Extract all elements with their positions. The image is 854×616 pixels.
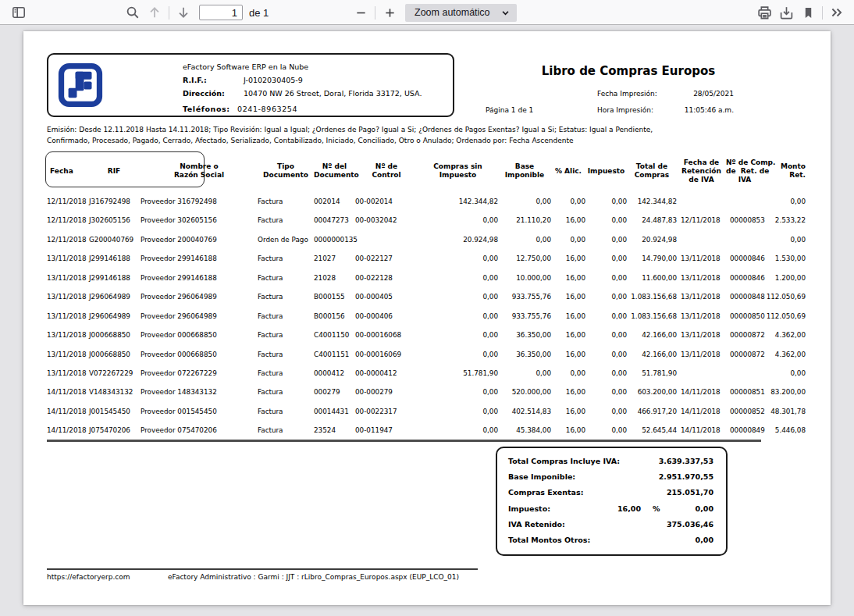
table-cell: 13/11/2018 bbox=[47, 292, 87, 311]
table-cell: 0,00 bbox=[585, 330, 627, 349]
fecha-impresion-label: Fecha Impresión: bbox=[597, 90, 657, 98]
footer-rule bbox=[47, 568, 478, 570]
search-icon bbox=[126, 5, 140, 20]
table-cell: Factura bbox=[258, 330, 314, 349]
table-cell: 0,00 bbox=[585, 387, 627, 406]
toolbar-divider bbox=[169, 6, 169, 20]
zoom-in-button[interactable] bbox=[379, 2, 400, 23]
table-cell: 10.000,00 bbox=[498, 273, 551, 292]
table-cell: 16,00 bbox=[551, 407, 585, 426]
table-cell: 00000846 bbox=[726, 273, 763, 292]
current-view-button[interactable] bbox=[797, 2, 819, 23]
table-cell: 14/11/2018 bbox=[677, 426, 726, 444]
table-cell: 13/11/2018 bbox=[47, 312, 87, 330]
totals-value: 0,00 bbox=[696, 504, 713, 513]
next-page-button[interactable] bbox=[173, 2, 194, 23]
find-button[interactable] bbox=[122, 2, 144, 23]
table-cell: 0,00 bbox=[418, 215, 498, 234]
footer-url: https://efactoryerp.com bbox=[47, 573, 130, 581]
table-bottom-rule bbox=[47, 440, 761, 442]
table-cell: Factura bbox=[258, 197, 314, 215]
column-header: Base Imponible bbox=[498, 162, 551, 180]
table-cell: 13/11/2018 bbox=[677, 254, 726, 272]
table-cell: 933.755,76 bbox=[498, 312, 551, 330]
table-cell: 00-002014 bbox=[355, 197, 418, 215]
arrow-down-icon bbox=[176, 5, 190, 20]
totals-label: Total Compras Incluye IVA: bbox=[508, 457, 620, 465]
print-button[interactable] bbox=[753, 2, 775, 23]
rif-value: J-0102030405-9 bbox=[244, 76, 303, 84]
table-cell: 00-022128 bbox=[355, 273, 418, 292]
table-cell: Proveedor 296064989 bbox=[141, 292, 258, 311]
pagina-label: Página 1 de 1 bbox=[486, 106, 533, 114]
table-cell: 16,00 bbox=[551, 387, 585, 406]
table-cell: Proveedor 000668850 bbox=[141, 350, 258, 369]
sidebar-toggle-button[interactable] bbox=[8, 2, 30, 23]
hora-impresion-label: Hora Impresión: bbox=[597, 106, 653, 114]
table-cell: J296064989 bbox=[87, 312, 141, 330]
column-header: Tipo Documento bbox=[258, 162, 314, 180]
table-cell: 0,00 bbox=[551, 369, 585, 387]
fecha-impresion-value: 28/05/2021 bbox=[693, 90, 734, 98]
table-cell: 0,00 bbox=[585, 426, 627, 444]
filters-line-2: Confirmado, Procesado, Pagado, Cerrado, … bbox=[47, 135, 788, 146]
save-button[interactable] bbox=[775, 2, 797, 23]
table-cell: 14.790,00 bbox=[627, 254, 677, 272]
double-chevron-right-icon bbox=[830, 5, 844, 20]
arrow-up-icon bbox=[148, 5, 162, 20]
table-cell: 4.362,00 bbox=[763, 330, 806, 349]
table-cell: 14/11/2018 bbox=[677, 387, 726, 406]
table-cell: 0,00 bbox=[498, 235, 551, 254]
table-row: 13/11/2018J299146188Proveedor 299146188F… bbox=[47, 254, 806, 272]
table-cell: 13/11/2018 bbox=[47, 330, 87, 349]
table-row: 14/11/2018V148343132Proveedor 148343132F… bbox=[47, 387, 806, 406]
table-cell: 13/11/2018 bbox=[47, 273, 87, 292]
table-cell: Proveedor 148343132 bbox=[141, 387, 258, 406]
table-cell: J296064989 bbox=[87, 292, 141, 311]
table-cell: 002014 bbox=[314, 197, 355, 215]
table-header-row: FechaRIFNombre o Razón SocialTipo Docume… bbox=[47, 155, 806, 187]
table-cell: 0,00 bbox=[418, 254, 498, 272]
table-cell: J000668850 bbox=[87, 330, 141, 349]
previous-page-button[interactable] bbox=[144, 2, 165, 23]
column-header: Compras sin Impuesto bbox=[418, 162, 498, 180]
table-cell: Factura bbox=[258, 407, 314, 426]
totals-value: 3.639.337,53 bbox=[659, 457, 713, 465]
table-cell: 4.362,00 bbox=[763, 350, 806, 369]
zoom-select[interactable]: Zoom automático bbox=[405, 4, 517, 22]
totals-rate: 16,00 bbox=[594, 504, 641, 513]
toolbar-divider bbox=[375, 6, 375, 20]
table-cell: 00047273 bbox=[314, 215, 355, 234]
table-cell: 16,00 bbox=[551, 312, 585, 330]
table-cell: 00000852 bbox=[726, 407, 763, 426]
zoom-out-button[interactable] bbox=[350, 2, 372, 23]
table-cell: 51.781,90 bbox=[418, 369, 498, 387]
efactory-logo-icon bbox=[58, 61, 103, 109]
table-row: 12/11/2018J302605156Proveedor 302605156F… bbox=[47, 215, 806, 234]
tools-menu-button[interactable] bbox=[826, 2, 848, 23]
table-cell: 2.533,22 bbox=[763, 215, 806, 234]
table-cell: Factura bbox=[258, 292, 314, 311]
table-cell: 000279 bbox=[314, 387, 355, 406]
table-cell: 0000000135 bbox=[314, 235, 355, 254]
table-cell: 00000848 bbox=[726, 292, 763, 311]
totals-row: Base Imponible:2.951.970,55 bbox=[508, 472, 713, 482]
table-cell: 11.600,00 bbox=[627, 273, 677, 292]
table-cell: 00000851 bbox=[726, 387, 763, 406]
totals-label: Compras Exentas: bbox=[508, 488, 583, 497]
direccion-value: 10470 NW 26 Street, Doral, Florida 33172… bbox=[244, 89, 422, 98]
totals-row: Impuesto:16,00%0,00 bbox=[508, 504, 713, 514]
table-cell: Factura bbox=[258, 387, 314, 406]
table-cell: Proveedor 200040769 bbox=[141, 235, 258, 254]
table-cell: 0,00 bbox=[418, 426, 498, 444]
table-cell: 1.083.156,68 bbox=[627, 292, 677, 311]
table-cell: 21027 bbox=[314, 254, 355, 272]
table-cell: Proveedor 072267229 bbox=[141, 369, 258, 387]
table-cell: 933.755,76 bbox=[498, 292, 551, 311]
table-cell: J316792498 bbox=[87, 197, 141, 215]
toolbar-divider bbox=[822, 6, 823, 20]
column-header: Nº del Documento bbox=[314, 162, 355, 180]
table-cell: Factura bbox=[258, 215, 314, 234]
page-number-input[interactable] bbox=[199, 5, 243, 20]
table-cell: J299146188 bbox=[87, 254, 141, 272]
